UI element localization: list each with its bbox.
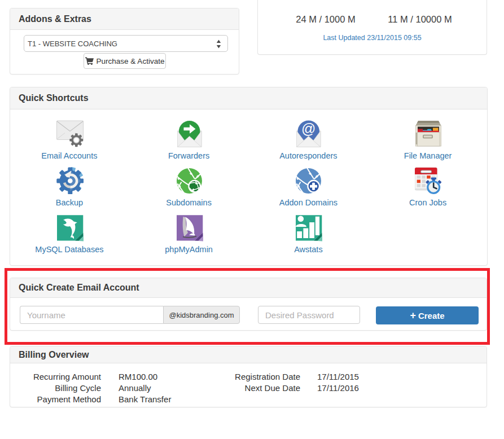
- svg-text:@: @: [301, 121, 315, 137]
